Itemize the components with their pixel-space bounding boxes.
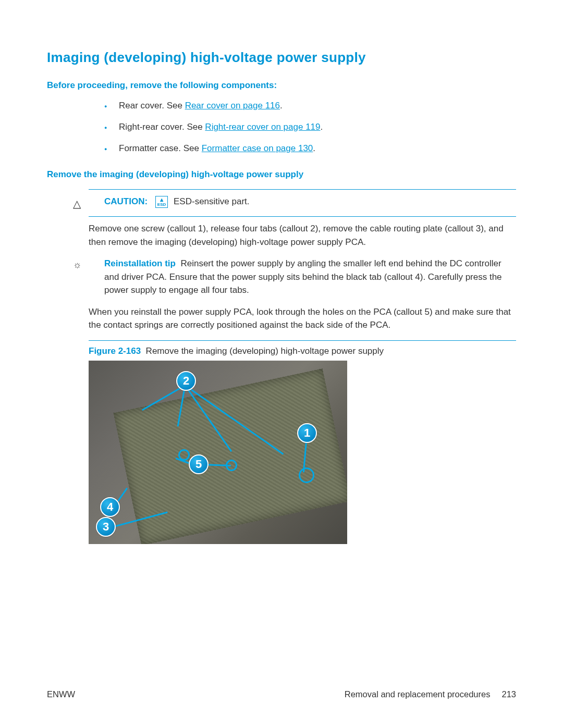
link-rear-cover[interactable]: Rear cover on page 116 — [185, 101, 280, 110]
callout-2: 2 — [176, 371, 196, 391]
figure-number: Figure 2-163 — [89, 346, 141, 356]
page-number: 213 — [501, 689, 516, 699]
instruction-paragraph: Remove one screw (callout 1), release fo… — [89, 222, 516, 249]
list-item-suffix: . — [313, 143, 315, 153]
section-remove-supply: Remove the imaging (developing) high-vol… — [47, 169, 516, 180]
callout-3: 3 — [96, 517, 116, 537]
tip-label: Reinstallation tip — [104, 258, 176, 268]
callout-5: 5 — [189, 454, 209, 474]
list-item-suffix: . — [280, 101, 283, 110]
list-item-prefix: Formatter case. See — [119, 143, 202, 153]
section-before-proceeding: Before proceeding, remove the following … — [47, 80, 516, 91]
section-rule — [89, 340, 516, 341]
footer-right: Removal and replacement procedures213 — [345, 689, 516, 699]
callout-ring — [226, 460, 237, 471]
instruction-paragraph: When you reinstall the power supply PCA,… — [89, 305, 516, 332]
section-rule — [89, 189, 516, 190]
list-item-prefix: Right-rear cover. See — [119, 122, 205, 132]
caution-label: CAUTION: — [104, 196, 148, 206]
footer-section-name: Removal and replacement procedures — [345, 689, 491, 699]
esd-text: ESD — [157, 202, 166, 207]
callout-1: 1 — [297, 423, 317, 443]
component-list: Rear cover. See Rear cover on page 116. … — [47, 100, 516, 155]
link-right-rear-cover[interactable]: Right-rear cover on page 119 — [205, 122, 320, 132]
list-item: Rear cover. See Rear cover on page 116. — [104, 100, 516, 112]
link-formatter-case[interactable]: Formatter case on page 130 — [202, 143, 313, 153]
page-title: Imaging (developing) high-voltage power … — [47, 50, 516, 66]
figure-caption: Remove the imaging (developing) high-vol… — [146, 346, 384, 356]
callout-4: 4 — [100, 497, 120, 517]
caution-text: ESD-sensitive part. — [174, 196, 250, 206]
caution-icon: △ — [73, 196, 81, 212]
list-item-prefix: Rear cover. See — [119, 101, 185, 110]
tip-block: ☼ Reinstallation tip Reinsert the power … — [89, 257, 516, 297]
list-item-suffix: . — [321, 122, 323, 132]
section-rule — [89, 216, 516, 217]
list-item: Right-rear cover. See Right-rear cover o… — [104, 121, 516, 133]
caution-block: △ CAUTION: ▲ESD ESD-sensitive part. — [89, 195, 516, 208]
tip-icon: ☼ — [73, 258, 82, 272]
callout-ring — [178, 449, 190, 461]
footer-left: ENWW — [47, 689, 75, 699]
esd-icon: ▲ESD — [155, 196, 168, 208]
list-item: Formatter case. See Formatter case on pa… — [104, 143, 516, 155]
figure-label: Figure 2-163 Remove the imaging (develop… — [89, 346, 516, 356]
callout-ring — [299, 467, 314, 483]
figure-image: 2 1 5 4 3 — [89, 361, 347, 544]
page-footer: ENWW Removal and replacement procedures2… — [47, 689, 516, 699]
